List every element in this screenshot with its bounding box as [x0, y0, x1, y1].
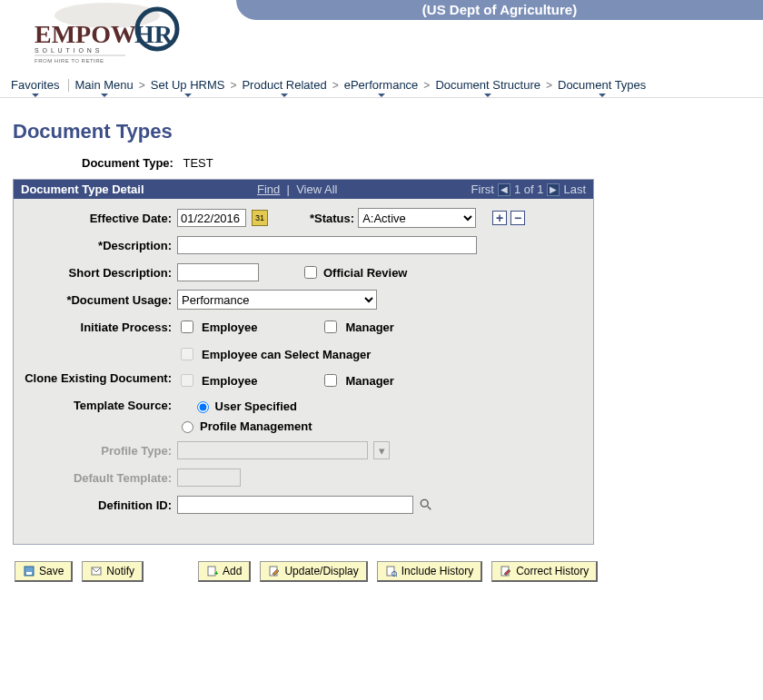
correct-history-button[interactable]: Correct History — [491, 561, 598, 582]
document-usage-label: *Document Usage: — [23, 293, 177, 307]
crumb-document-types[interactable]: Document Types — [558, 78, 646, 92]
profile-type-input — [177, 441, 368, 459]
short-description-label: Short Description: — [23, 266, 177, 280]
first-label[interactable]: First — [471, 182, 494, 196]
svg-text:EMPOW: EMPOW — [35, 20, 136, 48]
arrow-icon: > — [546, 79, 552, 92]
profile-type-lookup-icon: ▾ — [373, 441, 390, 459]
update-display-button[interactable]: Update/Display — [260, 561, 367, 582]
initiate-manager-checkbox[interactable] — [324, 320, 337, 333]
clone-employee-label: Employee — [202, 374, 257, 388]
chevron-down-icon — [32, 94, 39, 97]
calendar-icon[interactable]: 31 — [252, 210, 268, 226]
svg-rect-10 — [26, 572, 32, 575]
arrow-icon: > — [230, 79, 236, 92]
svg-text:HR: HR — [134, 20, 173, 48]
add-icon: + — [206, 565, 219, 577]
svg-text:+: + — [214, 569, 218, 577]
svg-text:S O L U T I O N S: S O L U T I O N S — [35, 47, 101, 54]
last-label[interactable]: Last — [563, 182, 586, 196]
template-source-profile-radio[interactable] — [182, 421, 193, 433]
add-button[interactable]: + Add — [198, 561, 251, 582]
update-icon — [268, 565, 281, 577]
notify-button[interactable]: Notify — [82, 561, 144, 582]
panel-header: Document Type Detail Find | View All Fir… — [14, 180, 593, 199]
chevron-down-icon — [101, 94, 108, 97]
description-label: *Description: — [23, 239, 177, 252]
initiate-process-label: Initiate Process: — [23, 320, 177, 334]
default-template-label: Default Template: — [23, 471, 177, 485]
template-source-label: Template Source: — [23, 399, 177, 412]
form-body: Effective Date: 31 *Status: A:Active + −… — [14, 199, 593, 544]
template-source-user-label: User Specified — [215, 399, 297, 413]
app-logo: EMPOW HR S O L U T I O N S FROM HIRE TO … — [16, 2, 198, 65]
description-input[interactable] — [177, 236, 477, 254]
chevron-down-icon — [378, 94, 385, 97]
arrow-icon: > — [332, 79, 339, 92]
row-counter: 1 of 1 — [514, 182, 544, 196]
footer-toolbar: Save Notify + Add Update/Display Include… — [15, 561, 763, 582]
document-usage-select[interactable]: Performance — [177, 290, 377, 310]
include-history-icon — [385, 565, 398, 577]
chevron-down-icon — [281, 94, 288, 97]
clone-existing-label: Clone Existing Document: — [23, 371, 177, 385]
chevron-down-icon — [184, 94, 192, 97]
initiate-employee-label: Employee — [202, 320, 257, 334]
next-row-button[interactable]: ▶ — [547, 183, 560, 196]
add-row-button[interactable]: + — [492, 211, 507, 225]
crumb-document-structure[interactable]: Document Structure — [435, 78, 540, 92]
chevron-down-icon — [484, 94, 491, 97]
effective-date-input[interactable] — [177, 209, 246, 227]
template-source-user-radio[interactable] — [197, 401, 209, 413]
svg-line-8 — [428, 507, 431, 510]
status-select[interactable]: A:Active — [358, 208, 476, 228]
template-source-profile-label: Profile Management — [200, 419, 312, 433]
chevron-down-icon — [599, 94, 606, 97]
employee-select-manager-checkbox — [181, 348, 193, 360]
panel-title: Document Type Detail — [21, 182, 257, 196]
arrow-icon: > — [139, 79, 145, 92]
breadcrumb: Favorites Main Menu > Set Up HRMS > Prod… — [0, 74, 763, 98]
arrow-icon: > — [423, 79, 430, 92]
svg-rect-15 — [387, 567, 394, 576]
menu-favorites[interactable]: Favorites — [7, 78, 63, 92]
definition-id-input[interactable] — [177, 496, 413, 514]
short-description-input[interactable] — [177, 263, 259, 281]
menu-separator — [68, 79, 69, 92]
default-template-input — [177, 468, 241, 487]
document-type-detail-panel: Document Type Detail Find | View All Fir… — [13, 179, 594, 545]
prev-row-button[interactable]: ◀ — [498, 183, 510, 196]
document-type-value: TEST — [183, 156, 213, 170]
org-header: (US Dept of Agriculture) — [236, 0, 763, 20]
lookup-icon[interactable] — [419, 498, 433, 512]
employee-select-manager-label: Employee can Select Manager — [202, 348, 371, 361]
official-review-label: Official Review — [323, 266, 407, 280]
document-type-line: Document Type: TEST — [82, 156, 763, 170]
initiate-manager-label: Manager — [345, 320, 393, 334]
include-history-button[interactable]: Include History — [377, 561, 482, 582]
effective-date-label: Effective Date: — [23, 212, 177, 225]
svg-point-7 — [421, 499, 428, 507]
page-title: Document Types — [13, 120, 763, 143]
find-link[interactable]: Find — [257, 182, 280, 196]
crumb-eperformance[interactable]: ePerformance — [344, 78, 419, 92]
clone-employee-checkbox — [181, 374, 193, 387]
document-type-label: Document Type: — [82, 156, 173, 170]
save-button[interactable]: Save — [15, 561, 73, 582]
crumb-product-related[interactable]: Product Related — [242, 78, 326, 92]
crumb-setup-hrms[interactable]: Set Up HRMS — [151, 78, 225, 92]
clone-manager-label: Manager — [345, 374, 393, 388]
initiate-employee-checkbox[interactable] — [181, 320, 193, 333]
status-label: *Status: — [310, 212, 354, 225]
clone-manager-checkbox[interactable] — [324, 374, 337, 387]
official-review-checkbox[interactable] — [304, 266, 317, 279]
view-all-link[interactable]: View All — [296, 182, 337, 196]
notify-icon — [90, 565, 103, 577]
svg-text:FROM HIRE TO RETIRE: FROM HIRE TO RETIRE — [35, 58, 104, 64]
crumb-main-menu[interactable]: Main Menu — [74, 78, 133, 92]
delete-row-button[interactable]: − — [510, 211, 525, 225]
correct-history-icon — [500, 565, 512, 577]
svg-line-17 — [396, 576, 397, 577]
profile-type-label: Profile Type: — [23, 444, 177, 458]
definition-id-label: Definition ID: — [23, 498, 177, 512]
